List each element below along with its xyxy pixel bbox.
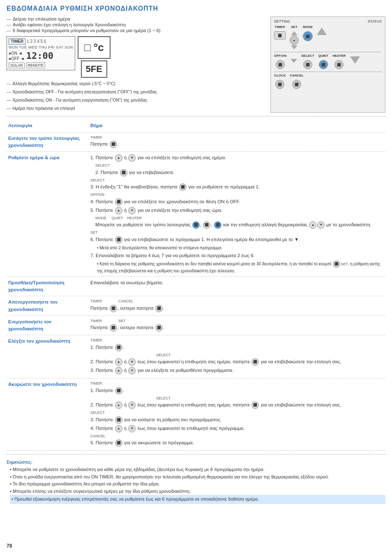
select-btn-6-3[interactable]: ⬛ xyxy=(115,416,122,424)
control-panel: SETTING STATUS TIMER ⬛ SET ● xyxy=(270,16,385,113)
steps-cell-1: 1. Πατήστε ▲ ή ▼ για να επιλέξετε την επ… xyxy=(89,152,385,277)
down-btn-1[interactable]: ▼ xyxy=(128,154,136,162)
off-label: ●OFF ◄ xyxy=(9,56,25,61)
note-item-4: Προωθεί εξοικονόμηση ενέργειας επιτρέπον… xyxy=(10,495,385,504)
col2-header: Βήμα xyxy=(89,120,385,132)
up-btn-5-2[interactable]: ▲ xyxy=(115,358,122,366)
down-btn-5[interactable]: ▼ xyxy=(128,207,136,214)
annotation-1: Δείχνει την επιλεγείσα ημέρα xyxy=(7,16,266,21)
down-btn-6-4[interactable]: ▼ xyxy=(128,425,136,432)
function-cell-2: Προσθήκη/Τροποποίηση χρονοδιακόπτη xyxy=(7,276,89,296)
up-btn-5-3[interactable]: ▲ xyxy=(115,367,122,374)
steps-cell-6: TIMER 1. Πατήστε ⬛. SELECT 2. Πατήστε ▲ … xyxy=(89,378,385,451)
select-col: SELECT ⬛ xyxy=(301,54,314,69)
timer-label: TIMER xyxy=(9,38,25,44)
cancel-btn[interactable]: ⬛ xyxy=(292,80,301,89)
down-arrow[interactable] xyxy=(291,59,297,63)
timer-numbers: 1 2 3 4 5 6 xyxy=(27,39,46,44)
down-arrow-col xyxy=(291,54,297,69)
steps-cell-0: TIMER Πατήστε ⬛. xyxy=(89,132,385,152)
function-cell-3: Απενεργοποιήστε τον χρονοδιακόπτη xyxy=(7,296,89,316)
clock-btn[interactable]: ⬛ xyxy=(275,80,284,89)
setting-label: SETTING xyxy=(274,19,290,23)
set-btn-4[interactable]: ⬛ xyxy=(155,324,163,332)
quiet-btn[interactable]: ⬛ xyxy=(319,60,328,69)
col1-header: Λειτουργία xyxy=(7,120,89,132)
select-btn-6-2[interactable]: ⬛ xyxy=(251,402,259,409)
notes-list: Μπορείτε να ρυθμίσετε το χρονοδιακόπτη γ… xyxy=(7,466,385,504)
cancel-col: CANCEL ⬛ xyxy=(290,74,303,89)
up-btn-5[interactable]: ▲ xyxy=(115,207,122,214)
note-item-0: Μπορείτε να ρυθμίσετε το χρονοδιακόπτη γ… xyxy=(10,466,385,473)
table-row: Εισάγετε τον τρόπο λειτουργίας χρονοδιακ… xyxy=(7,132,385,152)
timer-btn-5-1[interactable]: ⬛ xyxy=(115,344,122,351)
top-button-row: TIMER ⬛ SET ● MODE ⬛ xyxy=(274,25,382,49)
status-col xyxy=(317,25,327,49)
steps-cell-5: TIMER 1. Πατήστε ⬛. SELECT 2. Πατήστε ▲ … xyxy=(89,335,385,378)
note-item-2: Το ίδιο πρόγραμμα χρονοδιακόπτη δεν μπορ… xyxy=(10,480,385,488)
top-section: Δείχνει την επιλεγείσα ημέρα Ανάβει εφόσ… xyxy=(7,16,385,113)
table-row: Ελέγξτε τον χρονοδιακόπτη TIMER 1. Πατήσ… xyxy=(7,335,385,378)
table-row: Ενεργοποιήστε τον χρονοδιακόπτη TIMER SE… xyxy=(7,316,385,335)
notes-title: Σημειώσεις: xyxy=(7,459,385,466)
steps-cell-2: Επαναλάβατε τα ανωτέρω βήματα. xyxy=(89,276,385,296)
down-btn-5-3[interactable]: ▼ xyxy=(128,367,136,374)
up-btn-6-4[interactable]: ▲ xyxy=(115,425,122,432)
set-col: SET ● xyxy=(290,25,299,49)
main-table: Λειτουργία Βήμα Εισάγετε τον τρόπο λειτο… xyxy=(7,120,385,451)
temp-down-icon[interactable]: ▼ xyxy=(317,221,325,229)
steps-cell-3: TIMER CANCEL Πατήστε ⬛, ύστερα πατήστε ⬛… xyxy=(89,296,385,316)
status-down-col xyxy=(350,54,360,69)
annotation-2: Ανάβει εφόσον έχει επιλογή η λειτουργία … xyxy=(7,22,266,27)
cancel-btn-6-5[interactable]: ⬛ xyxy=(115,439,122,447)
timer-btn-6-1[interactable]: ⬛ xyxy=(115,387,122,395)
solar-remote: SOLAR REMOTE xyxy=(9,63,73,68)
status-up-indicator xyxy=(317,28,327,35)
function-cell-6: Ακυρώστε τον χρονοδιακόπτη xyxy=(7,378,89,451)
select-btn-3[interactable]: ⬛ xyxy=(179,183,187,191)
bottom-ann-2: Χρονοδιακόπτης OFF - Για αυτόματη απενερ… xyxy=(7,88,266,96)
set-down-arrow[interactable] xyxy=(291,45,297,49)
bottom-annotations: Αλλαγή θερμότητας θερμοκρασίας νερού (-5… xyxy=(7,80,266,112)
offon-col: OFF/ON ⬛ xyxy=(274,54,286,69)
page-title: ΕΒΔΟΜΑΔΙΑΙΑ ΡΥΘΜΙΣΗ ΧΡΟΝΟΔΙΑΚΟΠΤΗ xyxy=(7,5,385,12)
temp-up-icon[interactable]: ▲ xyxy=(309,221,316,229)
select-btn-2[interactable]: ⬛ xyxy=(120,169,127,176)
table-row: Ακυρώστε τον χρονοδιακόπτη TIMER 1. Πατή… xyxy=(7,378,385,451)
solar-label: SOLAR xyxy=(9,63,25,68)
offon-btn[interactable]: ⬛ xyxy=(276,60,285,69)
bottom-ann-4: Ημέρα που πρόκειται να επιλεγεί xyxy=(7,105,266,112)
temp-display: □ °c xyxy=(78,36,111,59)
device-left-panel: TIMER 1 2 3 4 5 6 MON TUE WED THU FRI SA… xyxy=(7,36,75,70)
timer-icon-inline[interactable]: ⬛ xyxy=(110,141,117,148)
status-label: STATUS xyxy=(368,19,382,23)
timer-btn-3[interactable]: ⬛ xyxy=(110,305,117,312)
cancel-btn-3[interactable]: ⬛ xyxy=(155,305,163,312)
set-btn-6[interactable]: ⬛ xyxy=(115,236,122,244)
offon-btn-4[interactable]: ⬛ xyxy=(115,198,122,206)
center-display: □ °c 5FE xyxy=(78,36,111,78)
select-btn-5-2[interactable]: ⬛ xyxy=(251,358,259,366)
quiet-icon[interactable]: ⬛ xyxy=(203,221,210,229)
down-btn-5-2[interactable]: ▼ xyxy=(128,358,136,366)
note-item-3: Μπορείτε επίσης να επιλέξετε συγκεντρωτι… xyxy=(10,488,385,495)
mode-icon[interactable]: ⬛ xyxy=(192,221,200,229)
set-btn[interactable]: ● xyxy=(290,36,299,45)
prog-display: 5FE xyxy=(81,60,107,78)
down-btn-6-2[interactable]: ▼ xyxy=(128,402,136,409)
mode-btn[interactable]: ⬛ xyxy=(303,31,313,41)
up-btn-6-2[interactable]: ▲ xyxy=(115,402,122,409)
function-cell-0: Εισάγετε τον τρόπο λειτουργίας χρονοδιακ… xyxy=(7,132,89,152)
steps-cell-4: TIMER SET Πατήστε ⬛, ύστερα πατήστε ⬛. xyxy=(89,316,385,335)
remote-label: REMOTE xyxy=(26,63,46,68)
mode-col: MODE ⬛ xyxy=(303,25,313,49)
heater-icon[interactable]: ⬛ xyxy=(214,221,221,229)
select-btn[interactable]: ⬛ xyxy=(303,60,312,69)
timer-btn[interactable]: ⬛ xyxy=(274,31,286,39)
timer-btn-4[interactable]: ⬛ xyxy=(110,324,117,332)
set-up-arrow[interactable] xyxy=(291,31,297,35)
bottom-ann-1: Αλλαγή θερμότητας θερμοκρασίας νερού (-5… xyxy=(7,80,266,88)
up-btn-1[interactable]: ▲ xyxy=(115,154,122,162)
heater-btn[interactable]: ⬛ xyxy=(334,60,344,69)
note-item-1: Όταν η μονάδα ενεργοποιείται από τον ON … xyxy=(10,473,385,481)
